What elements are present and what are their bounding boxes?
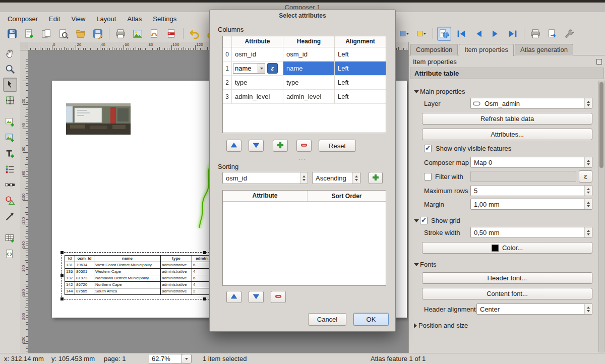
attribute-dropdown-button[interactable] [258,63,265,74]
resize-handle[interactable] [60,251,64,254]
add-image-button[interactable] [3,131,17,145]
new-composition-button[interactable] [22,27,36,41]
menu-settings[interactable]: Settings [147,13,182,25]
heading-cell[interactable]: name [283,62,335,75]
duplicate-composition-button[interactable] [39,27,53,41]
combo-spinner-icon[interactable] [300,172,308,184]
print-atlas-button[interactable] [528,27,542,41]
export-atlas-button[interactable] [546,27,560,41]
first-feature-button[interactable] [454,27,468,41]
align-items-button[interactable] [414,27,429,41]
add-attribute-table-button[interactable] [3,231,17,246]
raise-items-button[interactable] [397,27,411,41]
combo-spinner-icon[interactable] [352,172,360,184]
resize-handle[interactable] [203,251,206,254]
add-column-button[interactable] [273,140,288,152]
maximum-rows-spinbox[interactable]: 5 [470,185,592,196]
remove-column-button[interactable] [296,140,312,152]
refresh-table-data-button[interactable]: Refresh table data [422,113,592,125]
scrollbar-thumb[interactable] [599,82,603,168]
spinner-icon[interactable] [584,227,592,237]
header-alignment-combobox[interactable]: Center [476,304,592,315]
combo-spinner-icon[interactable] [584,304,592,314]
section-fonts[interactable]: Fonts [414,261,594,268]
menu-layout[interactable]: Layout [91,13,122,25]
tab-item-properties[interactable]: Item properties [459,44,514,56]
section-position-and-size[interactable]: Position and size [414,322,594,329]
heading-cell[interactable]: admin_level [283,90,335,103]
grid-color-button[interactable]: Color... [422,242,592,254]
attribute-cell[interactable]: ε [232,62,283,75]
columns-table[interactable]: Attribute Heading Alignment 0osm_idosm_i… [222,36,386,133]
next-feature-button[interactable] [489,27,503,41]
show-only-visible-checkbox[interactable] [424,145,432,152]
attribute-edit-input[interactable] [233,64,258,74]
sorting-table[interactable]: Attribute Sort Order [222,190,386,286]
columns-table-row[interactable]: 2typetypeLeft [223,76,386,90]
cancel-button[interactable]: Cancel [308,313,346,326]
move-column-down-button[interactable] [249,140,264,152]
stroke-width-spinbox[interactable]: 0,50 mm [470,227,592,238]
add-label-button[interactable] [3,147,17,161]
resize-handle[interactable] [60,274,64,277]
dock-close-icon[interactable] [596,59,602,65]
zoom-button[interactable] [3,62,17,76]
zoom-combobox[interactable]: 62.7% [149,354,182,363]
export-svg-button[interactable] [148,27,162,41]
columns-table-row[interactable]: 0osm_idosm_idLeft [223,47,386,62]
export-image-button[interactable] [131,27,145,41]
add-arrow-button[interactable] [3,209,17,223]
image-item[interactable] [66,103,131,135]
spinner-icon[interactable] [584,186,592,196]
header-font-button[interactable]: Header font... [422,272,592,284]
atlas-preview-button[interactable] [437,27,451,41]
menu-atlas[interactable]: Atlas [122,13,147,25]
layer-combobox[interactable]: Osm_admin [470,98,592,109]
undo-button[interactable] [188,27,202,41]
alignment-cell[interactable]: Left [335,76,386,89]
move-item-content-button[interactable] [3,93,17,107]
show-grid-checkbox[interactable] [420,217,428,224]
save-as-template-button[interactable] [91,27,105,41]
move-sort-up-button[interactable] [226,291,241,303]
margin-spinbox[interactable]: 1,00 mm [470,199,592,210]
pan-button[interactable] [3,46,17,60]
reset-button[interactable]: Reset [319,140,356,152]
alignment-cell[interactable]: Left [335,62,386,75]
add-shape-button[interactable] [3,194,17,208]
menu-edit[interactable]: Edit [43,13,66,25]
add-new-map-button[interactable] [3,115,17,130]
move-sort-down-button[interactable] [249,291,264,303]
filter-expression-button[interactable]: ε [579,170,592,183]
composition-manager-button[interactable] [56,27,71,41]
zoom-dropdown-button[interactable] [182,354,192,363]
content-font-button[interactable]: Content font... [422,288,592,299]
save-project-button[interactable] [5,27,19,41]
atlas-settings-button[interactable] [563,27,577,41]
previous-feature-button[interactable] [471,27,486,41]
add-html-button[interactable] [3,247,17,261]
tab-composition[interactable]: Composition [410,44,458,55]
menu-composer[interactable]: Composer [2,13,43,25]
add-legend-button[interactable] [3,162,17,176]
move-column-up-button[interactable] [226,140,241,152]
last-feature-button[interactable] [506,27,520,41]
heading-cell[interactable]: type [283,76,335,89]
sort-attribute-combobox[interactable]: osm_id [222,172,308,184]
attribute-cell[interactable]: admin_level [232,90,283,103]
select-move-item-button[interactable] [3,78,17,92]
alignment-cell[interactable]: Left [335,47,386,61]
attribute-cell[interactable]: osm_id [232,47,283,61]
export-pdf-button[interactable] [165,27,179,41]
alignment-cell[interactable]: Left [335,90,386,103]
open-composition-button[interactable] [74,27,88,41]
composer-map-combobox[interactable]: Map 0 [470,157,592,168]
combo-spinner-icon[interactable] [584,98,592,108]
tab-atlas-generation[interactable]: Atlas generation [515,44,573,55]
add-scalebar-button[interactable] [3,178,17,192]
spinner-icon[interactable] [584,199,592,209]
panel-scrollbar[interactable] [598,81,604,352]
combo-spinner-icon[interactable] [584,157,592,167]
heading-cell[interactable]: osm_id [283,47,335,61]
remove-sort-button[interactable] [271,291,286,303]
